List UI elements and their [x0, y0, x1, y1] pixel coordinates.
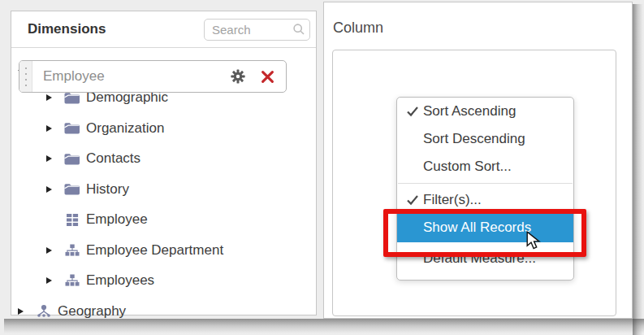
menu-item-label: Default Measure... [423, 250, 536, 267]
checkmark-icon [401, 194, 423, 206]
menu-item-custom-sort[interactable]: Custom Sort... [397, 153, 573, 181]
menu-item-sort-descending[interactable]: Sort Descending [397, 125, 573, 153]
menu-item-label: Sort Descending [423, 131, 525, 147]
chip-label: Employee [43, 68, 105, 85]
expand-arrow-icon[interactable] [46, 92, 58, 104]
menu-separator [398, 183, 573, 184]
menu-item-label: Sort Ascending [423, 103, 516, 120]
tree-item-label: Employee Department [86, 242, 223, 259]
gear-icon[interactable] [230, 68, 246, 85]
window-shadow-right [633, 4, 644, 335]
tree-item-label: Organization [86, 120, 164, 137]
dimensions-panel: Dimensions Employee Demographic [11, 11, 317, 315]
folder-icon [64, 92, 80, 104]
column-title: Column [333, 20, 383, 37]
dimensions-title: Dimensions [28, 11, 106, 47]
menu-item-label: Custom Sort... [423, 159, 512, 175]
menu-item-default-measure[interactable]: Default Measure... [397, 242, 573, 275]
tree-item-employee-department[interactable]: Employee Department [11, 235, 316, 266]
tree-item-geography[interactable]: Geography [11, 296, 316, 327]
tree-item-label: Geography [58, 303, 126, 320]
tree-item-history[interactable]: History [11, 174, 316, 205]
expand-arrow-icon[interactable] [46, 122, 58, 134]
chip-context-menu: Sort Ascending Sort Descending Custom So… [396, 97, 574, 281]
tree-item-employee-attribute[interactable]: Employee [11, 205, 316, 236]
grid-icon [64, 213, 80, 227]
tree-item-label: Employees [86, 272, 154, 289]
tree-item-label: Employee [86, 211, 148, 228]
drag-handle[interactable] [19, 61, 32, 92]
tree-item-label: History [86, 181, 129, 198]
tree-item-organization[interactable]: Organization [11, 113, 316, 144]
hierarchy-node-icon [36, 304, 51, 318]
remove-x-icon[interactable] [261, 70, 274, 84]
org-chart-icon [64, 244, 80, 257]
expand-arrow-icon[interactable] [18, 305, 30, 317]
screenshot-stage: Dimensions Employee Demographic [0, 0, 644, 335]
employee-field-chip[interactable]: Employee [19, 60, 287, 93]
arrow-spacer [46, 214, 58, 226]
checkmark-icon [401, 106, 423, 117]
org-chart-icon [64, 274, 80, 287]
folder-icon [64, 183, 80, 195]
menu-item-filters[interactable]: Filter(s)... [397, 187, 573, 213]
folder-icon [64, 153, 80, 165]
folder-icon [64, 122, 80, 134]
tree-item-employees[interactable]: Employees [11, 266, 316, 297]
menu-item-show-all-records[interactable]: Show All Records [397, 213, 573, 242]
expand-arrow-icon[interactable] [46, 275, 58, 287]
search-input[interactable] [204, 19, 310, 41]
expand-arrow-icon[interactable] [46, 183, 58, 195]
menu-item-label: Show All Records [423, 220, 531, 236]
tree-item-label: Contacts [86, 150, 140, 167]
menu-item-label: Filter(s)... [423, 192, 482, 208]
menu-item-sort-ascending[interactable]: Sort Ascending [397, 98, 573, 125]
expand-arrow-icon[interactable] [46, 153, 58, 165]
expand-arrow-icon[interactable] [46, 244, 58, 256]
dimensions-header: Dimensions [11, 11, 316, 48]
tree-item-contacts[interactable]: Contacts [11, 144, 316, 175]
